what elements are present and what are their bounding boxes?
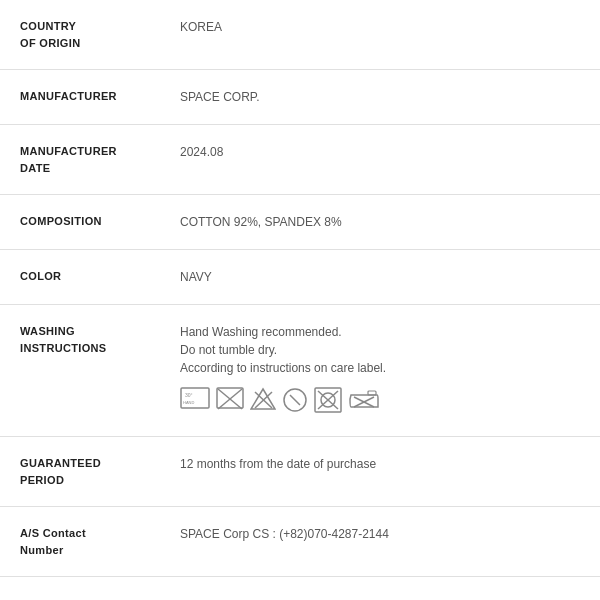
label-cell-1: MANUFACTURER (0, 70, 160, 125)
svg-line-10 (290, 395, 300, 405)
value-cell-2: 2024.08 (160, 125, 600, 195)
product-info-table: COUNTRY OF ORIGINKOREAMANUFACTURERSPACE … (0, 0, 600, 577)
label-cell-3: COMPOSITION (0, 195, 160, 250)
label-cell-7: A/S Contact Number (0, 507, 160, 577)
value-cell-7: SPACE Corp CS : (+82)070-4287-2144 (160, 507, 600, 577)
svg-text:30°: 30° (185, 392, 193, 398)
svg-text:HAND: HAND (183, 400, 194, 405)
svg-rect-0 (181, 388, 209, 408)
washing-icons: 30° HAND (180, 387, 580, 418)
label-cell-2: MANUFACTURER DATE (0, 125, 160, 195)
label-cell-5: WASHING INSTRUCTIONS (0, 305, 160, 437)
value-cell-1: SPACE CORP. (160, 70, 600, 125)
label-cell-4: COLOR (0, 250, 160, 305)
no-bleach-icon (250, 387, 276, 418)
value-cell-4: NAVY (160, 250, 600, 305)
no-tumble-dry-icon (314, 387, 342, 418)
value-cell-0: KOREA (160, 0, 600, 70)
value-cell-5: Hand Washing recommended. Do not tumble … (160, 305, 600, 437)
label-cell-0: COUNTRY OF ORIGIN (0, 0, 160, 70)
wash-hand-icon: 30° HAND (180, 387, 210, 418)
value-cell-3: COTTON 92%, SPANDEX 8% (160, 195, 600, 250)
value-cell-6: 12 months from the date of purchase (160, 437, 600, 507)
no-iron-icon (348, 387, 380, 418)
no-wash-icon (216, 387, 244, 418)
dry-clean-icon (282, 387, 308, 418)
label-cell-6: GUARANTEED PERIOD (0, 437, 160, 507)
